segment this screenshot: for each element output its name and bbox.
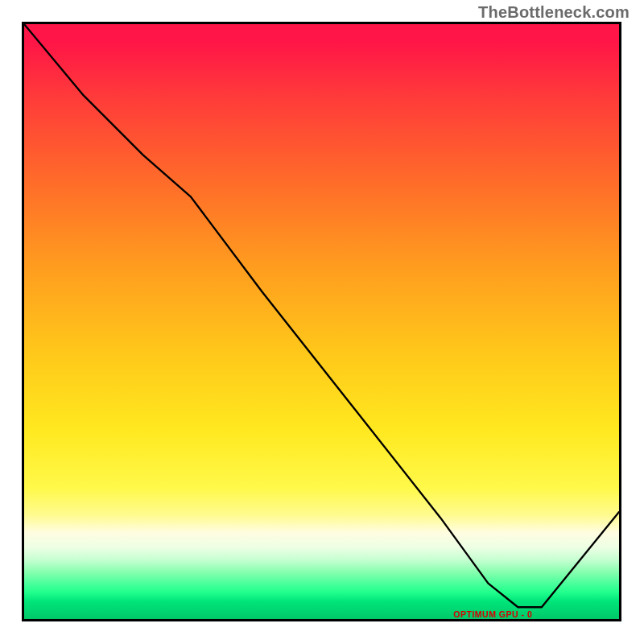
optimum-gpu-label: OPTIMUM GPU - 0 bbox=[453, 609, 532, 619]
bottleneck-curve bbox=[24, 24, 619, 619]
watermark-text: TheBottleneck.com bbox=[478, 3, 630, 22]
chart-frame: OPTIMUM GPU - 0 bbox=[22, 22, 621, 621]
